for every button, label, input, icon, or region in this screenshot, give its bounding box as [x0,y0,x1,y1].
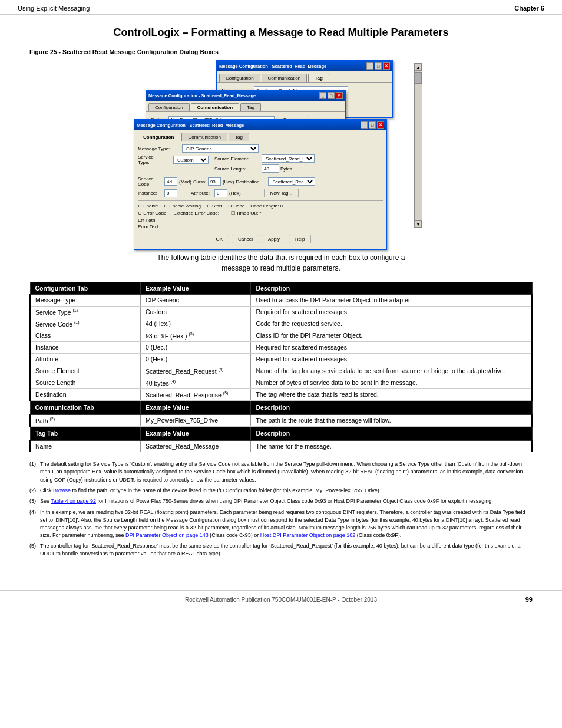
apply-button[interactable]: Apply [262,235,286,243]
cell-value: Scattered_Read_Request (4) [140,365,250,377]
dialog3-body: Message Type: CIP Generic ServiceType: C… [134,141,386,249]
message-type-row: Message Type: CIP Generic [138,144,383,153]
status-start: ⊙ Start [207,203,222,209]
tab-communication2[interactable]: Communication [191,103,239,111]
header-right: Chapter 6 [514,5,544,12]
table4-link[interactable]: Table 4 on page 92 [51,498,96,504]
attribute-input[interactable] [214,189,227,197]
cell-value: 0 (Hex.) [140,353,250,365]
section-header-comm: Communication TabExample ValueDescriptio… [30,401,532,415]
maximize-btn[interactable]: □ [375,62,382,70]
footnote-item: (4)In this example, we are reading five … [29,509,533,539]
dialog3-tabs: Configuration Communication Tag [134,130,386,141]
dialog2-tabs: Configuration Communication Tag [146,101,345,111]
source-element-row: Source Element: Scattered_Read_Flex [214,154,383,163]
scroll-thumb[interactable] [415,72,422,84]
tab-configuration1[interactable]: Configuration [219,74,260,82]
table-row: DestinationScattered_Read_Response (5)Th… [30,389,532,401]
tab-tag1[interactable]: Tag [308,74,329,82]
scroll-down[interactable]: ▼ [415,220,422,228]
cell-field: Destination [30,389,140,401]
error-text-label: Error Text: [138,224,160,229]
tab-configuration3[interactable]: Configuration [137,133,180,141]
status-done: ⊙ Done [228,203,244,209]
col-header-value: Example Value [140,282,250,295]
tab-communication3[interactable]: Communication [181,133,227,141]
maximize-btn3[interactable]: □ [369,121,376,129]
minimize-btn[interactable]: _ [366,62,373,70]
service-type-select[interactable]: Custom [173,156,209,164]
help-button[interactable]: Help [289,235,311,243]
tab-tag2[interactable]: Tag [240,103,261,111]
dialog3-footer: OK Cancel Apply Help [138,232,383,246]
section-header-tag: Tag TabExample ValueDescription [30,427,532,441]
dialog2-titlebar: Message Configuration - Scattered_Read_M… [146,90,345,101]
page-footer: Rockwell Automation Publication 750COM-U… [0,590,562,609]
dialog-config: Message Configuration - Scattered_Read_M… [134,119,387,250]
table-row: Attribute0 (Hex.)Required for scattered … [30,353,532,365]
header-left: Using Explicit Messaging [18,5,90,12]
table-row: Instance0 (Dec.)Required for scattered m… [30,342,532,354]
page-title: ControlLogix – Formatting a Message to R… [29,27,533,39]
minimize-btn2[interactable]: _ [319,92,326,99]
cell-field: Name [30,440,140,452]
cell-description: Code for the requested service. [251,318,532,330]
table-row: Service Type (1)CustomRequired for scatt… [30,306,532,318]
footer-center: Rockwell Automation Publication 750COM-U… [185,597,377,603]
new-tag-button[interactable]: New Tag... [264,189,299,197]
instance-input[interactable] [164,189,177,197]
dpi-link2[interactable]: Host DPI Parameter Object on page 162 [260,532,356,538]
dialog1-titlebar: Message Configuration - Scattered_Read_M… [217,61,392,71]
maximize-btn2[interactable]: □ [328,92,335,99]
cancel-button[interactable]: Cancel [232,235,259,243]
table-row: Service Code (1)4d (Hex.)Code for the re… [30,318,532,330]
close-btn1[interactable]: ✕ [383,62,390,70]
cell-value: 0 (Dec.) [140,342,250,354]
tab-tag3[interactable]: Tag [229,133,249,141]
cell-description: The path is the route that the message w… [251,414,532,426]
table-row: Class93 or 9F (Hex.) (3)Class ID for the… [30,330,532,342]
cell-value: Custom [140,306,250,318]
cell-value: CIP Generic [140,295,250,307]
comm-header-cell-0: Communication Tab [30,401,140,415]
cell-description: Required for scattered messages. [251,353,532,365]
tab-communication1[interactable]: Communication [262,74,308,82]
description-text: The following table identifies the data … [29,252,533,274]
tab-configuration2[interactable]: Configuration [148,103,190,111]
source-length-row: Source Length: Bytes [214,164,383,173]
minimize-btn3[interactable]: _ [361,121,368,129]
browse-link[interactable]: Browse [53,487,71,493]
footnotes-section: (1)The default setting for Service Type … [29,460,533,557]
close-btn2[interactable]: ✕ [336,92,343,99]
footnote-text: In this example, we are reading five 32-… [40,509,533,539]
status-enable: ⊙ Enable [138,203,158,209]
cell-field: Source Length [30,377,140,388]
service-code-input[interactable] [164,177,177,186]
scrollbar[interactable]: ▲ ▼ [414,63,422,228]
cell-description: Required for scattered messages. [251,342,532,354]
class-input[interactable] [208,177,221,186]
main-table: Configuration Tab Example Value Descript… [29,282,533,452]
table-row: Source Length40 bytes (4)Number of bytes… [30,377,532,388]
message-type-select[interactable]: CIP Generic [182,144,259,153]
footnote-text: See Table 4 on page 92 for limitations o… [40,498,533,505]
source-element-select[interactable]: Scattered_Read_Flex [262,154,315,163]
table-row: NameScattered_Read_MessageThe name for t… [30,440,532,452]
cell-description: Number of bytes of service data to be se… [251,377,532,388]
cell-value: Scattered_Read_Message [140,440,250,452]
ok-button[interactable]: OK [210,235,230,243]
cell-description: Used to access the DPI Parameter Object … [251,295,532,307]
dpi-link1[interactable]: DPI Parameter Object on page 148 [125,532,209,538]
status-enable-waiting: ⊙ Enable Waiting [164,203,201,209]
scroll-up[interactable]: ▲ [415,64,422,71]
footnote-number: (1) [29,460,40,469]
source-length-input[interactable] [262,164,279,173]
cell-description: The tag where the data that is read is s… [251,389,532,401]
cell-field: Class [30,330,140,342]
destination-select[interactable]: Scattered_Read_Fle [268,177,315,186]
dialogs-area: Message Configuration - Scattered_Read_M… [29,60,533,243]
footnote-text: The default setting for Service Type is … [40,460,533,483]
close-btn3[interactable]: ✕ [377,121,384,129]
col-header-desc: Description [251,282,532,295]
comm-header-cell-1: Example Value [140,401,250,415]
